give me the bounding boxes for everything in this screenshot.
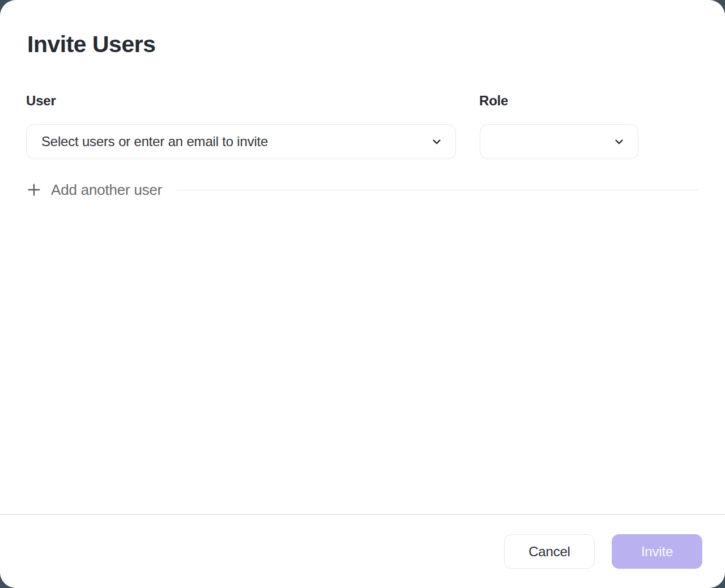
role-select[interactable] (480, 124, 638, 159)
cancel-button[interactable]: Cancel (504, 534, 595, 569)
add-another-user-label: Add another user (51, 181, 162, 199)
footer-divider (0, 514, 725, 515)
user-select-value: Select users or enter an email to invite (41, 134, 268, 150)
invite-users-modal: Invite Users User Select users or enter … (0, 0, 725, 588)
add-another-user-button[interactable]: Add another user (26, 181, 162, 199)
divider (177, 190, 698, 190)
plus-icon (26, 182, 42, 198)
add-another-user-row: Add another user (26, 181, 698, 198)
page-title: Invite Users (27, 31, 155, 58)
user-select[interactable]: Select users or enter an email to invite (26, 124, 456, 159)
user-field-label: User (26, 93, 56, 109)
role-field-label: Role (479, 93, 508, 109)
chevron-down-icon (613, 135, 625, 148)
invite-button[interactable]: Invite (612, 534, 702, 569)
chevron-down-icon (430, 135, 443, 148)
